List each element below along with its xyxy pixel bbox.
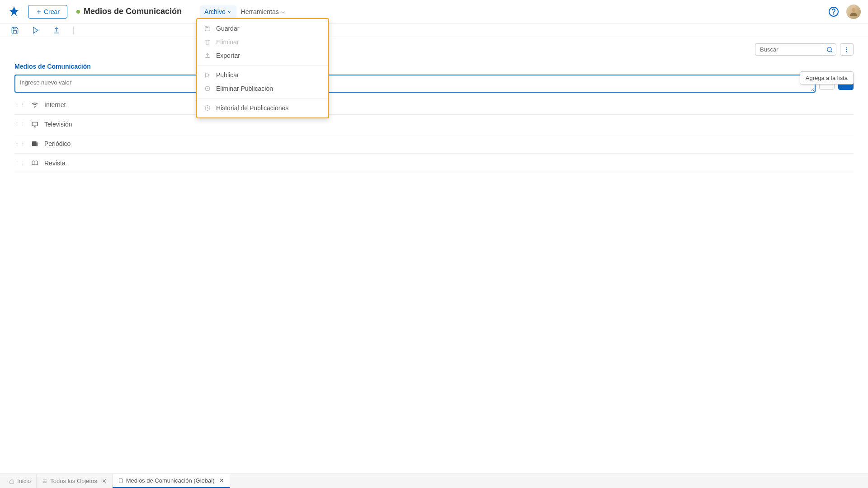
search-button[interactable] <box>823 43 836 56</box>
plus-icon <box>36 9 42 15</box>
svg-point-7 <box>846 49 847 50</box>
dropdown-item-unpublish[interactable]: Eliminar Publicación <box>197 82 328 95</box>
chevron-down-icon <box>281 9 285 14</box>
svg-point-9 <box>34 107 35 108</box>
menu-archive[interactable]: Archivo <box>200 5 236 18</box>
search-icon <box>826 46 833 53</box>
more-options-button[interactable] <box>840 43 854 56</box>
new-value-input[interactable] <box>14 75 816 93</box>
list-label: Periódico <box>44 140 71 147</box>
unpublish-icon <box>204 85 211 92</box>
play-button[interactable] <box>32 26 40 34</box>
list-label: Internet <box>44 101 66 108</box>
dropdown-item-publish[interactable]: Publicar <box>197 68 328 82</box>
list-item[interactable]: ⋮⋮ Internet <box>14 95 854 115</box>
export-button[interactable] <box>52 26 61 34</box>
svg-point-6 <box>846 47 847 48</box>
play-icon <box>32 26 40 34</box>
search-input[interactable] <box>755 43 823 56</box>
help-icon[interactable] <box>828 6 839 17</box>
list-item[interactable]: ⋮⋮ Periódico <box>14 134 854 154</box>
content-toolbar <box>0 37 868 56</box>
export-icon <box>52 26 61 34</box>
top-bar: Crear Medios de Comunicación Archivo Her… <box>0 0 868 23</box>
list-label: Televisión <box>44 121 72 128</box>
status-dot-icon <box>76 10 80 14</box>
trash-icon <box>204 39 211 45</box>
drag-handle-icon[interactable]: ⋮⋮ <box>14 160 25 166</box>
app-logo[interactable] <box>7 5 21 19</box>
divider <box>73 26 74 34</box>
drag-handle-icon[interactable]: ⋮⋮ <box>14 141 25 147</box>
svg-point-2 <box>852 8 855 12</box>
list-item[interactable]: ⋮⋮ Revista <box>14 154 854 173</box>
svg-rect-11 <box>32 141 36 146</box>
tv-icon <box>31 120 39 128</box>
list-item[interactable]: ⋮⋮ Televisión <box>14 115 854 134</box>
play-icon <box>204 72 211 78</box>
section-title: Medios de Comunicación <box>14 63 854 70</box>
history-icon <box>204 105 211 111</box>
page-title: Medios de Comunicación <box>84 7 182 16</box>
dropdown-item-delete: Eliminar <box>197 35 328 49</box>
create-label: Crear <box>44 8 60 15</box>
menu-tools[interactable]: Herramientas <box>236 5 290 18</box>
user-avatar[interactable] <box>846 5 861 19</box>
svg-rect-12 <box>36 142 38 146</box>
archive-dropdown: Guardar Eliminar Exportar Publicar Elimi… <box>196 18 329 118</box>
book-icon <box>31 159 39 167</box>
drag-handle-icon[interactable]: ⋮⋮ <box>14 102 25 108</box>
list-label: Revista <box>44 160 66 167</box>
svg-point-1 <box>834 14 834 14</box>
dropdown-item-history[interactable]: Historial de Publicaciones <box>197 101 328 115</box>
wifi-icon <box>31 101 39 109</box>
export-icon <box>204 52 211 59</box>
save-icon <box>11 26 19 34</box>
more-vertical-icon <box>844 47 850 53</box>
add-tooltip: Agrega a la lista <box>800 71 854 84</box>
dropdown-item-save[interactable]: Guardar <box>197 22 328 35</box>
action-toolbar <box>0 23 868 37</box>
main-content: Medios de Comunicación ⋮⋮ Internet ⋮⋮ Te… <box>0 56 868 180</box>
drag-handle-icon[interactable]: ⋮⋮ <box>14 122 25 127</box>
svg-rect-10 <box>32 122 38 126</box>
svg-point-8 <box>846 51 847 52</box>
dropdown-item-export[interactable]: Exportar <box>197 49 328 62</box>
save-icon <box>204 25 211 32</box>
chevron-down-icon <box>227 9 232 14</box>
create-button[interactable]: Crear <box>28 5 67 19</box>
svg-point-5 <box>827 47 831 51</box>
save-button[interactable] <box>11 26 19 34</box>
newspaper-icon <box>31 140 39 148</box>
